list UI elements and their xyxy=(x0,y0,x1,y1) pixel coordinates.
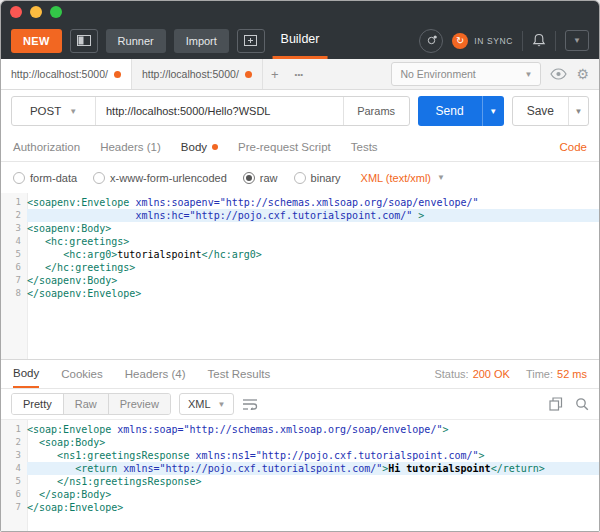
line-number: 2 xyxy=(1,436,27,449)
copy-icon xyxy=(549,397,563,411)
tab-prerequest-script[interactable]: Pre-request Script xyxy=(238,141,331,153)
code-line: 3<soapenv:Body> xyxy=(1,222,599,235)
view-mode-preview[interactable]: Preview xyxy=(109,394,170,414)
new-button[interactable]: NEW xyxy=(11,29,62,53)
more-tabs-button[interactable]: ••• xyxy=(287,59,311,89)
view-mode-raw[interactable]: Raw xyxy=(64,394,109,414)
response-tab-body[interactable]: Body xyxy=(13,360,39,388)
code-line: 7</soapenv:Body> xyxy=(1,274,599,287)
active-tab-dot xyxy=(212,144,218,150)
body-type-urlencoded[interactable]: x-www-form-urlencoded xyxy=(93,172,227,184)
code-line: 5 <hc:arg0>tutorialspoint</hc:arg0> xyxy=(1,248,599,261)
line-number: 1 xyxy=(1,196,27,209)
save-options-button[interactable]: ▼ xyxy=(568,97,588,125)
code-line: 5 </ns1:greetingsResponse> xyxy=(1,475,599,488)
toolbar-divider xyxy=(555,31,556,51)
save-button[interactable]: Save xyxy=(513,97,568,125)
body-type-form-data[interactable]: form-data xyxy=(13,172,77,184)
toolbar-divider xyxy=(522,31,523,51)
generate-code-link[interactable]: Code xyxy=(560,141,588,153)
status-badge: Status: 200 OK xyxy=(434,368,510,380)
method-select[interactable]: POST ▼ xyxy=(12,97,96,125)
radio-icon xyxy=(294,172,306,184)
sync-status[interactable]: ↻ IN SYNC xyxy=(452,33,513,49)
new-tab-button[interactable]: + xyxy=(263,59,287,89)
environment-select[interactable]: No Environment ▼ xyxy=(391,62,541,86)
new-window-button[interactable] xyxy=(237,29,265,53)
interceptor-button[interactable] xyxy=(419,29,443,53)
tab-body[interactable]: Body xyxy=(181,141,218,153)
time-value: 52 ms xyxy=(557,368,587,380)
eye-icon xyxy=(550,68,567,80)
response-format-select[interactable]: XML ▼ xyxy=(179,393,235,415)
code-line: 4 <hc:greetings> xyxy=(1,235,599,248)
line-number: 3 xyxy=(1,222,27,235)
main-toolbar: NEW Runner Import Builder ↻ IN SYNC xyxy=(1,22,599,59)
view-mode-pretty[interactable]: Pretty xyxy=(12,394,64,414)
line-number: 6 xyxy=(1,261,27,274)
send-options-button[interactable]: ▼ xyxy=(482,96,504,126)
body-type-binary[interactable]: binary xyxy=(294,172,341,184)
line-number: 7 xyxy=(1,501,27,514)
code-line: 2 xmlns:hc="http://pojo.cxf.tutorialspoi… xyxy=(1,209,599,222)
status-label: Status: xyxy=(434,368,468,380)
chevron-down-icon: ▼ xyxy=(573,36,581,45)
line-number: 4 xyxy=(1,462,27,475)
request-tab-2[interactable]: http://localhost:5000/ xyxy=(132,59,263,89)
zoom-window-button[interactable] xyxy=(50,6,62,18)
content-type-value: XML (text/xml) xyxy=(361,172,432,184)
params-button[interactable]: Params xyxy=(343,97,409,125)
code-line: 7</soap:Envelope> xyxy=(1,501,599,514)
url-input[interactable] xyxy=(96,97,343,125)
builder-tab[interactable]: Builder xyxy=(273,22,328,59)
request-builder-bar: POST ▼ Params Send ▼ Save ▼ xyxy=(1,90,599,132)
code-line: 4 <return xmlns="http://pojo.cxf.tutoria… xyxy=(1,462,599,475)
response-body-editor[interactable]: 1<soap:Envelope xmlns:soap="http://schem… xyxy=(1,420,599,531)
tab-tests[interactable]: Tests xyxy=(351,141,378,153)
tab-authorization[interactable]: Authorization xyxy=(13,141,80,153)
tab-headers[interactable]: Headers (1) xyxy=(100,141,161,153)
line-number: 5 xyxy=(1,248,27,261)
view-mode-group: Pretty Raw Preview xyxy=(11,393,171,415)
account-dropdown-button[interactable]: ▼ xyxy=(565,30,589,51)
search-icon xyxy=(575,397,589,411)
send-button[interactable]: Send xyxy=(418,96,482,126)
body-type-urlencoded-label: x-www-form-urlencoded xyxy=(110,172,227,184)
request-body-editor[interactable]: 1<soapenv:Envelope xmlns:soapenv="http:/… xyxy=(1,193,599,359)
radio-selected-icon xyxy=(243,172,255,184)
radio-icon xyxy=(13,172,25,184)
close-window-button[interactable] xyxy=(10,6,22,18)
response-tab-test-results[interactable]: Test Results xyxy=(208,360,271,388)
status-value: 200 OK xyxy=(473,368,510,380)
response-toolbar: Pretty Raw Preview XML ▼ xyxy=(1,389,599,420)
body-type-form-data-label: form-data xyxy=(30,172,77,184)
gear-icon: ⚙ xyxy=(576,66,589,82)
response-tab-headers[interactable]: Headers (4) xyxy=(125,360,186,388)
chevron-down-icon: ▼ xyxy=(575,107,583,116)
import-button[interactable]: Import xyxy=(174,29,229,53)
request-tab-1[interactable]: http://localhost:5000/ xyxy=(1,59,132,89)
response-meta: Status: 200 OK Time: 52 ms xyxy=(434,360,587,388)
sidebar-toggle-button[interactable] xyxy=(70,29,98,53)
toolbar-right: ↻ IN SYNC ▼ xyxy=(419,29,589,53)
tab-body-label: Body xyxy=(181,141,207,153)
copy-response-button[interactable] xyxy=(549,397,563,411)
response-tab-cookies[interactable]: Cookies xyxy=(61,360,103,388)
runner-button[interactable]: Runner xyxy=(106,29,166,53)
request-tab-1-label: http://localhost:5000/ xyxy=(11,68,108,80)
search-response-button[interactable] xyxy=(575,397,589,411)
minimize-window-button[interactable] xyxy=(30,6,42,18)
bell-icon xyxy=(532,33,546,48)
request-section-tabs: Authorization Headers (1) Body Pre-reque… xyxy=(1,132,599,162)
code-line: 6 </soap:Body> xyxy=(1,488,599,501)
line-number: 4 xyxy=(1,235,27,248)
content-type-select[interactable]: XML (text/xml) ▼ xyxy=(361,172,445,184)
environment-preview-button[interactable] xyxy=(550,68,567,80)
wrap-text-icon xyxy=(242,398,258,410)
body-type-raw[interactable]: raw xyxy=(243,172,278,184)
response-format-value: XML xyxy=(188,398,211,410)
time-badge: Time: 52 ms xyxy=(526,368,587,380)
wrap-text-button[interactable] xyxy=(242,398,258,410)
notifications-button[interactable] xyxy=(532,33,546,48)
settings-button[interactable]: ⚙ xyxy=(576,65,589,83)
